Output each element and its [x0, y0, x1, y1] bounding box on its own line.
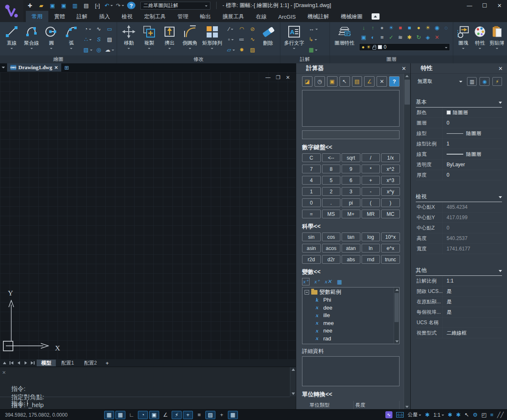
- fullscreen-icon[interactable]: ◰: [481, 412, 486, 418]
- layer-move-up-icon[interactable]: ↑: [372, 25, 375, 30]
- expand-history-icon[interactable]: [1, 360, 7, 366]
- select-objects-icon[interactable]: ◉: [480, 77, 489, 86]
- calc-key[interactable]: -: [362, 187, 380, 196]
- selection-dropdown[interactable]: 無選取: [416, 78, 464, 86]
- calculator-input[interactable]: [302, 130, 400, 139]
- delete-icon[interactable]: ✕: [377, 76, 387, 87]
- Phi[interactable]: k Phi: [305, 296, 392, 304]
- grid-toggle[interactable]: ▦: [115, 411, 125, 419]
- ui-lock-toggle[interactable]: ▦: [228, 411, 238, 419]
- annotation-scale-label[interactable]: 1:1: [433, 412, 444, 418]
- clean-screen-icon[interactable]: [▫]: [93, 2, 102, 9]
- dimension-icon[interactable]: ↔: [309, 26, 318, 32]
- osnap-toggle[interactable]: ▣: [149, 411, 159, 419]
- calc-key[interactable]: 8: [322, 165, 341, 173]
- calc-key[interactable]: 10^x: [381, 232, 400, 241]
- redo-icon[interactable]: ↷: [116, 2, 124, 9]
- calc-key[interactable]: 1/x: [381, 153, 400, 162]
- annotation-update-icon[interactable]: ✱: [456, 412, 461, 418]
- calc-key[interactable]: d2r: [322, 255, 341, 264]
- fillet-button[interactable]: 倒圓角: [180, 23, 200, 50]
- layer-on-icon[interactable]: ☀: [389, 25, 394, 30]
- doc-minimize-button[interactable]: —: [265, 75, 270, 80]
- layer-restore-icon[interactable]: ↻: [417, 35, 421, 40]
- property-row[interactable]: 在原點顯... 是: [416, 297, 502, 307]
- calc-key[interactable]: tan: [342, 232, 360, 241]
- edit-hatch-icon[interactable]: ▨: [250, 47, 255, 52]
- next-layout-icon[interactable]: [22, 360, 29, 366]
- layer-delete-icon[interactable]: ✕: [435, 35, 440, 40]
- property-row[interactable]: 高度 540.2537: [416, 233, 502, 244]
- leader-icon[interactable]: ↳: [309, 37, 318, 42]
- layout-tab[interactable]: 配置2: [80, 360, 102, 366]
- measure-angle-icon[interactable]: ∠: [364, 76, 375, 87]
- lineweight-toggle[interactable]: ≡: [194, 411, 204, 419]
- dee[interactable]: x dee: [305, 304, 392, 312]
- tree-folder-row[interactable]: 變數範例: [305, 288, 392, 296]
- calc-key[interactable]: cos: [322, 232, 341, 241]
- calculator-scrollbar[interactable]: [404, 74, 410, 409]
- calc-key[interactable]: 4: [302, 176, 321, 185]
- maximize-button[interactable]: ☐: [477, 0, 492, 10]
- snap-marker-toggle[interactable]: +: [183, 411, 193, 419]
- new-file-icon[interactable]: ✚: [26, 2, 34, 9]
- edit-spline-icon[interactable]: ⊘: [250, 26, 255, 32]
- menu-icon[interactable]: ≡: [490, 412, 494, 418]
- move-button[interactable]: 移動: [119, 23, 139, 50]
- layer-off-icon[interactable]: ●: [380, 25, 384, 30]
- property-row[interactable]: UCS 名稱: [416, 318, 502, 328]
- calculator-history-box[interactable]: [302, 90, 400, 127]
- doc-restore-button[interactable]: ❐: [276, 75, 280, 80]
- copy-sheets-icon[interactable]: ▥: [71, 2, 79, 9]
- hatch-icon[interactable]: ▧: [83, 47, 92, 52]
- layout-tab[interactable]: 模型: [37, 360, 56, 366]
- property-row[interactable]: 顏色 隨圖層: [416, 108, 502, 118]
- layer-select[interactable]: ● ☀ 0: [359, 43, 450, 51]
- layer-lock-icon[interactable]: ■: [399, 25, 402, 30]
- mtext-button[interactable]: A 多行文字: [282, 23, 306, 50]
- calc-key[interactable]: 0: [302, 198, 321, 207]
- layer-visible-icon[interactable]: ◉: [435, 25, 439, 30]
- settings-gear-icon[interactable]: ⚙: [473, 412, 478, 418]
- table-icon[interactable]: ▦: [309, 47, 318, 52]
- print-icon[interactable]: ▤: [82, 2, 90, 9]
- get-point-icon[interactable]: ↖: [340, 76, 350, 87]
- layer-thaw-icon[interactable]: ☀: [425, 25, 430, 30]
- property-row[interactable]: 每個視埠... 是: [416, 307, 502, 318]
- calc-key[interactable]: (: [362, 198, 380, 207]
- calc-key[interactable]: asin: [302, 244, 321, 252]
- calc-key[interactable]: x^2: [381, 165, 400, 173]
- layer-current-icon[interactable]: ✓: [389, 35, 394, 40]
- save-icon[interactable]: ▣: [48, 2, 57, 9]
- ribbon-tab[interactable]: 機械繪圖: [335, 11, 368, 22]
- help-icon[interactable]: ?: [127, 2, 135, 9]
- clipboard-button[interactable]: 剪貼簿: [489, 23, 505, 50]
- explode-icon[interactable]: ≔: [239, 37, 245, 42]
- transparency-toggle[interactable]: ▨: [205, 411, 215, 419]
- calc-key[interactable]: acos: [322, 244, 341, 252]
- close-icon[interactable]: ✕: [498, 65, 503, 72]
- close-icon[interactable]: ✕: [2, 370, 6, 375]
- undo-icon[interactable]: ↶: [105, 2, 113, 9]
- calc-key[interactable]: trunc: [381, 255, 400, 264]
- nee[interactable]: x nee: [305, 327, 392, 335]
- property-row[interactable]: 線型比例 1: [416, 139, 502, 149]
- calc-key[interactable]: pi: [342, 198, 360, 207]
- keypad-section-header[interactable]: 數字鍵盤<<: [302, 144, 400, 151]
- calc-key[interactable]: rnd: [362, 255, 380, 264]
- circle-button[interactable]: 圓: [42, 23, 62, 50]
- variables-tree[interactable]: 變數範例 k Phi x dee x ille x m: [302, 287, 400, 344]
- save-as-icon[interactable]: ▣: [60, 2, 68, 9]
- calc-key[interactable]: MS: [322, 210, 341, 218]
- command-scrollbar[interactable]: [290, 367, 296, 396]
- scientific-section-header[interactable]: 科學<<: [302, 223, 400, 230]
- close-button[interactable]: ✕: [492, 0, 507, 10]
- calc-key[interactable]: 6: [342, 176, 360, 185]
- calc-key[interactable]: atan: [342, 244, 360, 252]
- new-drawing-icon[interactable]: ⊞: [64, 65, 69, 71]
- minimize-button[interactable]: —: [462, 0, 477, 10]
- ribbon-tab[interactable]: 實體: [48, 11, 71, 22]
- layout-tab[interactable]: 配置1: [57, 360, 79, 366]
- calc-key[interactable]: 3: [342, 187, 360, 196]
- calc-key[interactable]: x^y: [381, 187, 400, 196]
